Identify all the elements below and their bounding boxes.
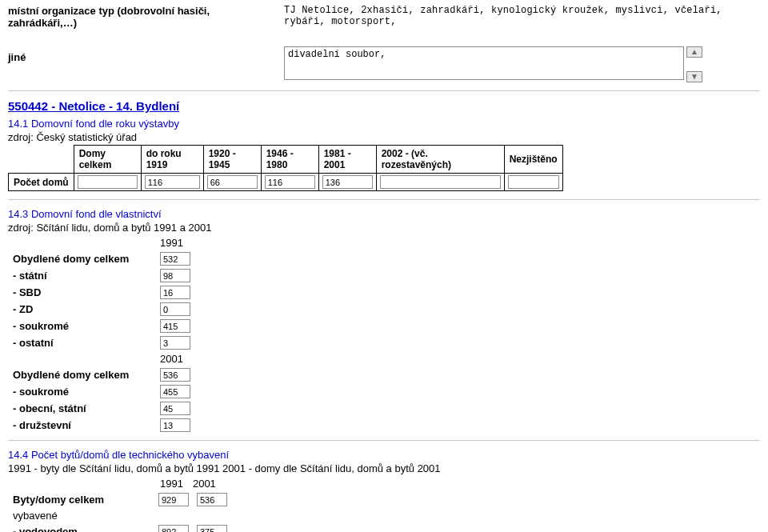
divider [8, 199, 760, 200]
spin-down-icon[interactable]: ▼ [686, 71, 702, 82]
row-label: Obydlené domy celkem [8, 369, 152, 381]
year-2001: 2001 [8, 353, 760, 365]
row-label: Počet domů [9, 174, 74, 191]
col-header: 1981 - 2001 [318, 146, 376, 174]
value-input[interactable] [160, 402, 190, 415]
table-14-1: Domy celkem do roku 1919 1920 - 1945 194… [8, 145, 563, 191]
sub-14-4-source: 1991 - byty dle Sčítání lidu, domů a byt… [8, 462, 760, 474]
value-input[interactable] [160, 269, 190, 282]
org-type-value: TJ Netolice, 2xhasiči, zahradkáři, kynol… [284, 5, 760, 27]
value-input[interactable] [160, 368, 190, 382]
value-input[interactable] [160, 252, 190, 266]
col-header: 1946 - 1980 [261, 146, 318, 174]
divider [8, 440, 760, 441]
row-label: - soukromé [8, 386, 152, 398]
label-jine: jiné [8, 46, 276, 63]
cell-input[interactable] [322, 175, 373, 189]
row-label: Byty/domy celkem [8, 494, 158, 506]
cell-input[interactable] [265, 175, 315, 189]
row-label: - státní [8, 270, 152, 282]
cell-input[interactable] [78, 175, 138, 189]
value-input[interactable] [197, 525, 227, 532]
row-label: - ostatní [8, 337, 152, 349]
value-input[interactable] [158, 493, 189, 506]
spin-up-icon[interactable]: ▲ [686, 46, 702, 58]
year-1991: 1991 [8, 237, 760, 249]
col-header: 1920 - 1945 [203, 146, 261, 174]
cell-input[interactable] [380, 175, 501, 189]
row-label: Obydlené domy celkem [8, 253, 152, 265]
col-header: Nezjištěno [504, 146, 562, 174]
row-label: - obecní, státní [8, 402, 152, 414]
value-input[interactable] [160, 385, 190, 398]
value-input[interactable] [197, 493, 227, 506]
section-title: 550442 - Netolice - 14. Bydlení [8, 99, 760, 113]
row-label: - ZD [8, 303, 152, 315]
value-input[interactable] [158, 525, 189, 532]
row-label: - družstevní [8, 419, 152, 431]
value-input[interactable] [160, 286, 190, 299]
cell-input[interactable] [145, 175, 200, 189]
col-header: do roku 1919 [141, 146, 203, 174]
divider [8, 90, 760, 91]
sub-14-1-title: 14.1 Domovní fond dle roku výstavby [8, 118, 760, 130]
sub-14-4-title: 14.4 Počet bytů/domů dle technického vyb… [8, 449, 760, 461]
sub-14-3-title: 14.3 Domovní fond dle vlastnictví [8, 208, 760, 220]
value-input[interactable] [160, 336, 190, 350]
jine-textarea[interactable]: divadelní soubor, [284, 46, 684, 80]
value-input[interactable] [160, 418, 190, 432]
col-header: Domy celkem [74, 146, 141, 174]
label-org-type: místní organizace typ (dobrovolní hasiči… [8, 5, 276, 29]
row-label: - vodovodem [8, 526, 158, 532]
sub-14-3-source: zdroj: Sčítání lidu, domů a bytů 1991 a … [8, 222, 760, 234]
col-header: 2002 - (vč. rozestavěných) [376, 146, 504, 174]
row-label: - SBD [8, 286, 152, 298]
cell-input[interactable] [207, 175, 258, 189]
row-label: vybavené [8, 510, 158, 522]
row-label: - soukromé [8, 320, 152, 332]
cell-input[interactable] [508, 175, 559, 189]
value-input[interactable] [160, 302, 190, 316]
value-input[interactable] [160, 319, 190, 333]
year-col-1: 1991 [160, 478, 183, 490]
sub-14-1-source: zdroj: Český statistický úřad [8, 131, 760, 143]
year-col-2: 2001 [193, 478, 216, 490]
